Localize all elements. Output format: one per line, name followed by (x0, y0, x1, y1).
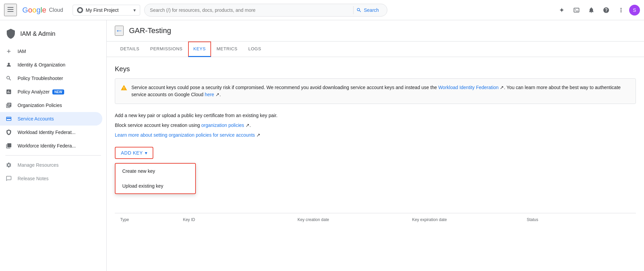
gemini-icon: ✦ (559, 6, 565, 14)
project-selector[interactable]: My First Project ▾ (73, 5, 140, 16)
sidebar-item-manage-resources[interactable]: Manage Resources (0, 158, 102, 172)
sidebar-item-workforce-identity[interactable]: Workforce Identity Federa... (0, 139, 102, 153)
policy-analyzer-badge: NEW (52, 89, 64, 94)
tab-keys[interactable]: KEYS (188, 42, 211, 57)
add-key-button[interactable]: ADD KEY ▾ (115, 147, 153, 158)
table-header-creation-date: Key creation date (298, 217, 329, 222)
table-col-status: Status (521, 217, 636, 222)
upload-existing-key-label: Upload existing key (122, 183, 163, 189)
help-icon (603, 7, 610, 13)
terminal-icon (573, 7, 580, 13)
svg-point-4 (8, 63, 10, 65)
gemini-button[interactable]: ✦ (555, 3, 568, 17)
warning-text: Service account keys could pose a securi… (131, 84, 630, 98)
info-line3: Learn more about setting organization po… (115, 132, 636, 139)
sidebar-item-iam[interactable]: IAM (0, 45, 102, 58)
sidebar-item-org-policies[interactable]: Organization Policies (0, 99, 102, 112)
add-key-label: ADD KEY (121, 150, 143, 156)
tab-details[interactable]: DETAILS (115, 42, 145, 57)
release-notes-icon (5, 175, 12, 182)
search-button[interactable]: Search (353, 6, 381, 14)
sidebar-header: IAM & Admin (0, 23, 106, 45)
more-options-button[interactable] (614, 3, 628, 17)
keys-section-title: Keys (115, 65, 636, 73)
add-key-button-wrapper: ADD KEY ▾ (115, 147, 153, 159)
sidebar-divider (5, 155, 101, 156)
more-vert-icon (618, 7, 624, 13)
table-header-key-id: Key ID (183, 217, 195, 222)
page-header: ← GAR-Testing (107, 20, 644, 42)
iam-icon (5, 48, 12, 55)
avatar[interactable]: S (629, 5, 640, 16)
identity-org-label: Identity & Organization (18, 62, 66, 67)
add-key-container: ADD KEY ▾ Create new key Upload existing… (115, 147, 153, 159)
page-title: GAR-Testing (129, 26, 171, 35)
create-new-key-item[interactable]: Create new key (115, 164, 195, 179)
svg-rect-1 (7, 9, 14, 10)
org-policies-link[interactable]: organization policies (201, 123, 244, 128)
sidebar-item-policy-analyzer[interactable]: Policy Analyzer NEW (0, 85, 102, 99)
info-line2-before: Block service account key creation using (115, 123, 201, 128)
workforce-identity-icon (5, 142, 12, 149)
here-link[interactable]: here (205, 92, 214, 97)
service-accounts-icon (5, 115, 12, 122)
svg-rect-2 (7, 11, 14, 12)
project-name: My First Project (86, 7, 131, 13)
warning-text-before: Service account keys could pose a securi… (131, 85, 438, 90)
search-input[interactable] (150, 7, 351, 13)
service-accounts-label: Service Accounts (18, 116, 54, 121)
policy-analyzer-icon (5, 88, 12, 95)
google-cloud-logo: Google Cloud (22, 6, 63, 15)
svg-point-3 (78, 8, 82, 12)
sidebar-title: IAM & Admin (20, 30, 55, 37)
tabs-bar: DETAILS PERMISSIONS KEYS METRICS LOGS (107, 42, 644, 57)
sidebar-item-identity-org[interactable]: Identity & Organization (0, 58, 102, 72)
notifications-button[interactable] (585, 3, 598, 17)
manage-resources-label: Manage Resources (18, 162, 58, 168)
project-icon (77, 7, 83, 13)
info-line2: Block service account key creation using… (115, 122, 636, 129)
policy-troubleshooter-label: Policy Troubleshooter (18, 76, 63, 81)
release-notes-label: Release Notes (18, 176, 49, 181)
main-content: ← GAR-Testing DETAILS PERMISSIONS KEYS M… (107, 20, 644, 271)
tab-metrics[interactable]: METRICS (211, 42, 243, 57)
table-col-type: Type (115, 217, 178, 222)
iam-label: IAM (18, 49, 26, 54)
workload-identity-label: Workload Identity Federat... (18, 130, 76, 135)
hamburger-menu-button[interactable] (4, 4, 17, 16)
iam-admin-icon (5, 28, 16, 39)
workload-identity-link[interactable]: Workload Identity Federation (438, 85, 499, 90)
table-col-expiration-date: Key expiration date (407, 217, 521, 222)
table-header-status: Status (527, 217, 538, 222)
add-key-dropdown: Create new key Upload existing key (115, 163, 196, 194)
table-col-creation-date: Key creation date (292, 217, 407, 222)
tab-permissions[interactable]: PERMISSIONS (145, 42, 188, 57)
table-header: Type Key ID Key creation date Key expira… (115, 213, 636, 226)
policy-troubleshooter-icon (5, 75, 12, 82)
warning-icon (121, 84, 127, 93)
upload-existing-key-item[interactable]: Upload existing key (115, 179, 195, 193)
info-line2-after: . (250, 123, 251, 128)
content-area: Keys Service account keys could pose a s… (107, 57, 644, 234)
workforce-identity-label: Workforce Identity Federa... (18, 143, 76, 148)
sidebar-item-workload-identity[interactable]: Workload Identity Federat... (0, 126, 102, 139)
info-line1: Add a new key pair or upload a public ke… (115, 112, 636, 119)
sidebar-item-service-accounts[interactable]: Service Accounts (0, 112, 102, 126)
search-button-label: Search (364, 7, 379, 13)
terminal-button[interactable] (570, 3, 583, 17)
sidebar-item-release-notes[interactable]: Release Notes (0, 172, 102, 185)
help-button[interactable] (599, 3, 613, 17)
manage-resources-icon (5, 162, 12, 168)
table-header-type: Type (120, 217, 129, 222)
sidebar-item-policy-troubleshooter[interactable]: Policy Troubleshooter (0, 72, 102, 85)
add-key-dropdown-arrow: ▾ (145, 150, 148, 156)
learn-more-link[interactable]: Learn more about setting organization po… (115, 132, 255, 138)
warning-text-after: . (220, 92, 221, 97)
back-button[interactable]: ← (115, 26, 124, 36)
table-header-expiration-date: Key expiration date (412, 217, 447, 222)
org-policies-icon (5, 102, 12, 109)
warning-box: Service account keys could pose a securi… (115, 78, 636, 104)
app-body: IAM & Admin IAM Identity & Organization … (0, 20, 644, 271)
search-bar[interactable]: Search (144, 4, 387, 17)
tab-logs[interactable]: LOGS (243, 42, 266, 57)
